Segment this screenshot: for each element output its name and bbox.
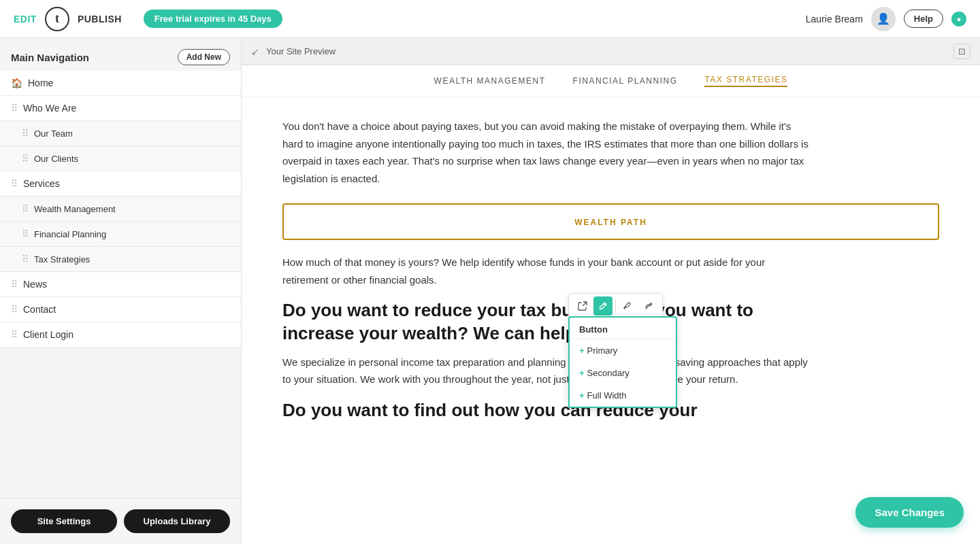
logo: t bbox=[45, 7, 69, 31]
plus-icon: + bbox=[579, 345, 585, 356]
dropdown-item-secondary[interactable]: + Secondary bbox=[570, 362, 676, 384]
dropdown-item-primary-label: Primary bbox=[587, 345, 618, 356]
edit-pencil-button[interactable] bbox=[593, 296, 612, 316]
external-link-button[interactable] bbox=[573, 296, 592, 316]
plus-icon: + bbox=[579, 368, 585, 378]
nav-sub-item-our-clients-label: Our Clients bbox=[34, 154, 78, 164]
heading-2: Do you want to find out how you can redu… bbox=[282, 399, 813, 422]
plus-icon: + bbox=[579, 390, 585, 401]
nav-item-services[interactable]: ⠿ Services bbox=[0, 171, 241, 197]
add-new-button[interactable]: Add New bbox=[178, 49, 230, 65]
dropdown-header: Button bbox=[570, 318, 676, 339]
nav-item-home[interactable]: 🏠 Home bbox=[0, 71, 241, 96]
notification-dot[interactable]: ● bbox=[951, 12, 966, 27]
avatar: 👤 bbox=[871, 7, 896, 31]
topbar-left: EDIT t PUBLISH Free trial expires in 45 … bbox=[14, 7, 282, 31]
user-name: Laurie Bream bbox=[806, 14, 863, 24]
site-nav-wealth-management[interactable]: WEALTH MANAGEMENT bbox=[434, 76, 546, 86]
nav-sub-item-financial-planning[interactable]: ⠿ Financial Planning bbox=[0, 222, 241, 247]
uploads-library-button[interactable]: Uploads Library bbox=[124, 509, 230, 533]
preview-label: Your Site Preview bbox=[266, 46, 336, 56]
site-content: You don't have a choice about paying tax… bbox=[242, 97, 980, 450]
publish-label[interactable]: PUBLISH bbox=[78, 14, 122, 24]
nav-item-contact[interactable]: ⠿ Contact bbox=[0, 297, 241, 322]
pencil-alt-button[interactable] bbox=[619, 296, 638, 316]
drag-handle-icon: ⠿ bbox=[22, 153, 29, 164]
site-preview: WEALTH MANAGEMENT FINANCIAL PLANNING TAX… bbox=[242, 65, 980, 544]
edit-label: EDIT bbox=[14, 14, 37, 24]
sidebar-header: Main Navigation Add New bbox=[0, 38, 241, 71]
nav-item-who-we-are[interactable]: ⠿ Who We Are bbox=[0, 96, 241, 121]
site-nav-tax-strategies[interactable]: TAX STRATEGIES bbox=[704, 75, 787, 87]
dropdown-item-full-width-label: Full Width bbox=[587, 390, 627, 401]
save-changes-button[interactable]: Save Changes bbox=[855, 497, 964, 528]
trial-badge: Free trial expires in 45 Days bbox=[144, 10, 282, 28]
drag-handle-icon: ⠿ bbox=[22, 203, 29, 214]
main-heading: Do you want to reduce your tax burden? D… bbox=[282, 299, 813, 345]
wealth-path-box[interactable]: WEALTH PATH bbox=[282, 203, 939, 240]
site-nav-financial-planning[interactable]: FINANCIAL PLANNING bbox=[573, 76, 678, 86]
drag-handle-icon: ⠿ bbox=[11, 279, 18, 290]
nav-sub-item-tax-strategies-label: Tax Strategies bbox=[34, 254, 90, 265]
nav-item-news[interactable]: ⠿ News bbox=[0, 272, 241, 297]
nav-sub-item-wealth-management-label: Wealth Management bbox=[34, 204, 116, 214]
frame-toggle-button[interactable]: ⊡ bbox=[953, 44, 970, 59]
preview-area: ↙ Your Site Preview ⊡ WEALTH MANAGEMENT … bbox=[242, 38, 980, 544]
nav-item-who-we-are-label: Who We Are bbox=[23, 103, 76, 114]
dropdown-menu: Button + Primary + Secondary + Full Widt… bbox=[568, 316, 677, 408]
nav-item-contact-label: Contact bbox=[23, 304, 56, 315]
drag-handle-icon: ⠿ bbox=[11, 103, 18, 114]
dropdown-item-full-width[interactable]: + Full Width bbox=[570, 384, 676, 407]
drag-handle-icon: ⠿ bbox=[11, 304, 18, 315]
intro-paragraph: You don't have a choice about paying tax… bbox=[282, 118, 813, 187]
dropdown-item-secondary-label: Secondary bbox=[587, 368, 630, 378]
site-settings-button[interactable]: Site Settings bbox=[11, 509, 117, 533]
nav-sub-item-tax-strategies[interactable]: ⠿ Tax Strategies bbox=[0, 247, 241, 272]
toolbar-divider bbox=[615, 299, 616, 313]
nav-item-home-label: Home bbox=[28, 78, 53, 88]
main-layout: Main Navigation Add New 🏠 Home ⠿ Who We … bbox=[0, 38, 980, 544]
nav-item-news-label: News bbox=[23, 279, 47, 290]
nav-item-client-login-label: Client Login bbox=[23, 329, 74, 340]
nav-sub-item-wealth-management[interactable]: ⠿ Wealth Management bbox=[0, 197, 241, 222]
drag-handle-icon: ⠿ bbox=[22, 128, 29, 139]
drag-handle-icon: ⠿ bbox=[11, 178, 18, 189]
sidebar: Main Navigation Add New 🏠 Home ⠿ Who We … bbox=[0, 38, 242, 544]
preview-bar: ↙ Your Site Preview ⊡ bbox=[242, 38, 980, 65]
nav-item-client-login[interactable]: ⠿ Client Login bbox=[0, 322, 241, 347]
expand-icon[interactable]: ↙ bbox=[251, 46, 259, 57]
nav-item-services-label: Services bbox=[23, 178, 60, 189]
body-text-2: We specialize in personal income tax pre… bbox=[282, 354, 813, 388]
drag-handle-icon: ⠿ bbox=[22, 254, 29, 265]
wealth-path-label: WEALTH PATH bbox=[574, 218, 647, 227]
nav-sub-item-financial-planning-label: Financial Planning bbox=[34, 229, 106, 239]
site-nav: WEALTH MANAGEMENT FINANCIAL PLANNING TAX… bbox=[242, 65, 980, 97]
topbar-right: Laurie Bream 👤 Help ● bbox=[806, 7, 966, 31]
sidebar-title: Main Navigation bbox=[11, 52, 89, 63]
nav-sub-item-our-team-label: Our Team bbox=[34, 129, 73, 139]
drag-handle-icon: ⠿ bbox=[11, 329, 18, 340]
edit-toolbar bbox=[568, 293, 663, 319]
home-icon: 🏠 bbox=[11, 78, 22, 88]
topbar: EDIT t PUBLISH Free trial expires in 45 … bbox=[0, 0, 980, 38]
unlink-button[interactable] bbox=[639, 296, 658, 316]
help-button[interactable]: Help bbox=[904, 10, 943, 28]
drag-handle-icon: ⠿ bbox=[22, 228, 29, 239]
nav-sub-item-our-clients[interactable]: ⠿ Our Clients bbox=[0, 146, 241, 171]
sidebar-bottom: Site Settings Uploads Library bbox=[0, 498, 241, 544]
body-text-partial: How much of that money is yours? We help… bbox=[282, 254, 813, 288]
nav-sub-item-our-team[interactable]: ⠿ Our Team bbox=[0, 121, 241, 146]
dropdown-item-primary[interactable]: + Primary bbox=[570, 339, 676, 362]
